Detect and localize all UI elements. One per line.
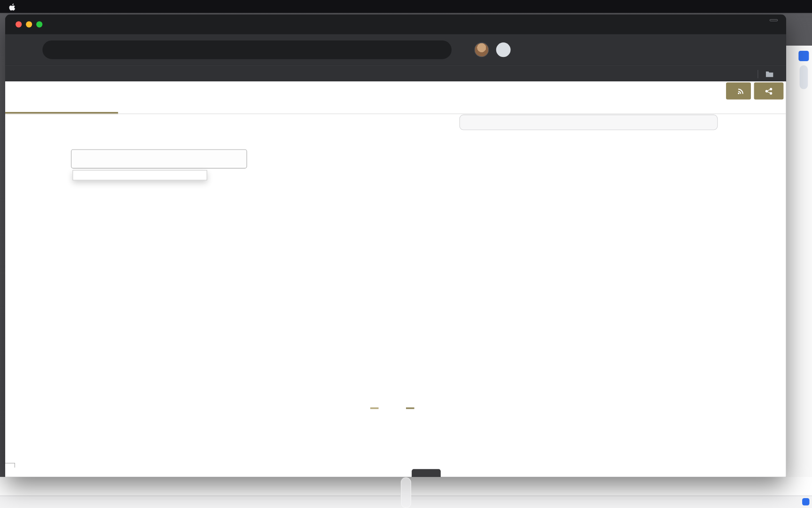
profile-avatar[interactable] (474, 42, 489, 57)
tab-list (54, 17, 740, 34)
share-button[interactable] (754, 82, 784, 99)
share-icon (765, 87, 773, 95)
menu-bar (0, 0, 812, 13)
background-app-icon[interactable] (798, 51, 809, 61)
subscribe-button[interactable] (726, 82, 751, 99)
legend-swatch (370, 407, 379, 409)
divider (5, 113, 786, 114)
clipped-panel (460, 115, 718, 130)
legend-item-90day (406, 407, 419, 409)
tab-search-chevron-icon[interactable] (770, 19, 778, 21)
address-bar[interactable] (42, 40, 452, 59)
link-status-tooltip (5, 463, 15, 468)
clipped-element (412, 469, 441, 477)
browser-window (5, 15, 786, 477)
desktop (0, 0, 812, 508)
bookmarks-bar (5, 65, 786, 82)
market-action-index-chart[interactable] (63, 203, 717, 405)
zoom-window-button[interactable] (36, 21, 42, 27)
window-controls (16, 21, 42, 27)
legend-item-7day (370, 407, 383, 409)
background-window-right-edge (785, 46, 812, 508)
chrome-update-button[interactable] (496, 42, 511, 57)
legend-swatch (406, 407, 414, 409)
all-bookmarks-button[interactable] (765, 71, 777, 77)
tab-strip (5, 15, 786, 34)
close-window-button[interactable] (16, 21, 22, 27)
dock (401, 477, 411, 508)
folder-icon (765, 71, 774, 77)
chart-selector-dropdown[interactable] (71, 149, 247, 168)
rss-icon (737, 87, 744, 95)
chart-legend (71, 407, 718, 409)
web-page-content (5, 81, 786, 477)
minimize-window-button[interactable] (26, 21, 32, 27)
chart-dropdown-menu (72, 170, 207, 180)
browser-toolbar (5, 34, 786, 65)
sync-status-icon (802, 498, 809, 505)
divider (757, 70, 758, 78)
apple-logo-icon[interactable] (8, 2, 16, 11)
scrollbar-thumb[interactable] (800, 65, 808, 89)
